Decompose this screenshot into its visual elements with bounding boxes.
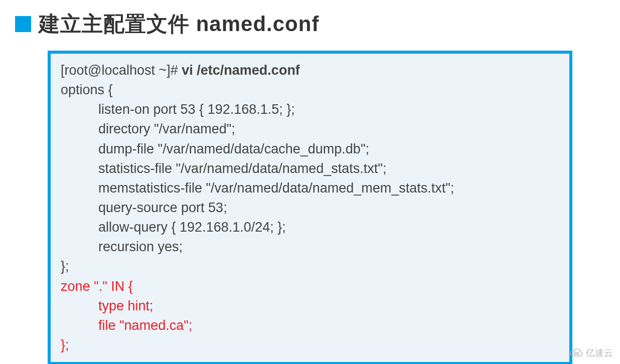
option-line: statistics-file "/var/named/data/named_s…: [61, 159, 559, 178]
option-line: allow-query { 192.168.1.0/24; };: [61, 218, 559, 237]
bullet-square-icon: [15, 16, 31, 32]
watermark-text: 亿速云: [586, 347, 613, 359]
zone-line: type hint;: [61, 296, 559, 316]
shell-prompt: [root@localhost ~]#: [61, 63, 182, 78]
zone-close: };: [61, 335, 559, 355]
zone-open: zone "." IN {: [61, 277, 559, 296]
option-line: recursion yes;: [61, 237, 559, 257]
watermark: 亿速云: [569, 347, 613, 359]
vi-command: vi /etc/named.conf: [182, 63, 300, 78]
zone-line: file "named.ca";: [61, 316, 559, 335]
options-close: };: [61, 257, 559, 276]
option-line: query-source port 53;: [61, 198, 559, 218]
code-block: [root@localhost ~]# vi /etc/named.conf o…: [48, 51, 572, 364]
command-line: [root@localhost ~]# vi /etc/named.conf: [61, 61, 559, 80]
svg-point-0: [574, 352, 576, 354]
heading-text: 建立主配置文件 named.conf: [39, 10, 319, 38]
option-line: directory "/var/named";: [61, 119, 559, 139]
svg-point-1: [577, 352, 579, 354]
section-heading: 建立主配置文件 named.conf: [0, 0, 620, 46]
option-line: listen-on port 53 { 192.168.1.5; };: [61, 100, 559, 119]
option-line: dump-file "/var/named/data/cache_dump.db…: [61, 139, 559, 159]
option-line: memstatistics-file "/var/named/data/name…: [61, 178, 559, 198]
options-open: options {: [61, 80, 559, 100]
cloud-icon: [569, 348, 583, 358]
